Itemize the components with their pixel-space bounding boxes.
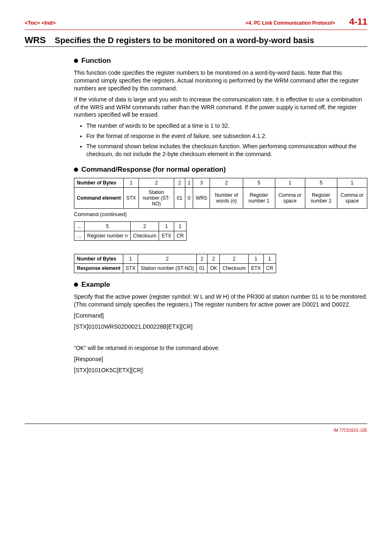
table-cell: 2	[130, 221, 159, 231]
table-cell: 3	[193, 178, 210, 187]
example-response-label: [Response]	[74, 355, 367, 363]
table-cell: 1	[123, 254, 138, 263]
table-cell: 5	[85, 221, 131, 231]
function-bullet: The command shown below includes the che…	[86, 143, 367, 158]
function-bullet-list: The number of words to be specified at a…	[74, 122, 367, 158]
example-response-text: [STX]0101OK5C[ETX][CR]	[74, 366, 367, 374]
table-cell: ETX	[249, 263, 263, 273]
function-p1: This function code specifies the registe…	[74, 69, 367, 92]
table-cell: 01	[174, 187, 185, 208]
function-bullet: The number of words to be specified at a…	[86, 122, 367, 130]
example-heading-text: Example	[81, 281, 110, 289]
command-table-cont: … 5 2 1 1 … Register number n Checksum E…	[74, 221, 187, 241]
table-cell: 2	[196, 254, 207, 263]
cmdresp-heading-text: Command/Response (for normal operation)	[81, 166, 226, 174]
cmdresp-heading: Command/Response (for normal operation)	[74, 166, 367, 174]
table-cell: 1	[185, 178, 193, 187]
bytes-label: Number of Bytes	[74, 254, 123, 263]
bytes-label: Number of Bytes	[74, 178, 124, 187]
table-cell: STX	[123, 263, 138, 273]
table-cell: Number of words (n)	[210, 187, 243, 208]
table-cell: Checksum	[220, 263, 249, 273]
command-continued-label: Command (continued)	[74, 211, 367, 217]
table-cell: 1	[174, 221, 186, 231]
table-cell: 2	[174, 178, 185, 187]
bullet-icon	[74, 168, 78, 172]
table-cell: 1	[124, 178, 138, 187]
table-cell: CR	[174, 231, 186, 240]
table-cell: …	[74, 221, 85, 231]
table-cell: Checksum	[130, 231, 159, 240]
table-cell: 1	[249, 254, 263, 263]
function-heading-text: Function	[81, 57, 111, 65]
footer-id: IM 77C01E01-10E	[25, 428, 367, 433]
table-cell: 1	[159, 221, 174, 231]
table-cell: 2	[138, 254, 196, 263]
section-code: WRS	[25, 35, 46, 46]
header-right: <4. PC Link Communication Protocol> 4-11	[245, 16, 367, 27]
table-cell: 1	[263, 254, 276, 263]
table-cell: 2	[220, 254, 249, 263]
bullet-icon	[74, 59, 78, 63]
table-cell: OK	[208, 263, 220, 273]
table-cell: Comma or space	[275, 187, 305, 208]
bullet-icon	[74, 283, 78, 287]
table-cell: Comma or space	[337, 187, 367, 208]
table-cell: 1	[337, 178, 367, 187]
table-cell: WRS	[193, 187, 210, 208]
response-table: Number of Bytes 1 2 2 2 2 1 1 Response e…	[74, 254, 276, 273]
function-bullet: For the format of response in the event …	[86, 132, 367, 140]
table-cell: CR	[263, 263, 276, 273]
table-cell: Station number (ST-NO)	[138, 263, 196, 273]
function-heading: Function	[74, 57, 367, 65]
section-title-bar: WRS Specifies the D registers to be moni…	[25, 35, 367, 47]
table-cell: 1	[275, 178, 305, 187]
table-cell: 2	[210, 178, 243, 187]
table-cell: 2	[138, 178, 174, 187]
table-cell: 5	[305, 178, 337, 187]
table-cell: Station number (ST-NO)	[138, 187, 174, 208]
header-left: <Toc> <Ind>	[25, 20, 56, 26]
table-cell: 0	[185, 187, 193, 208]
example-response-intro: “OK” will be returned in response to the…	[74, 344, 367, 352]
table-cell: Register number 1	[243, 187, 275, 208]
example-command-text: [STX]01010WRS02D0021,D00228B[ETX][CR]	[74, 323, 367, 331]
section-desc: Specifies the D registers to be monitore…	[55, 36, 314, 45]
table-cell: ETX	[159, 231, 174, 240]
table-cell: 5	[243, 178, 275, 187]
response-label: Response element	[74, 263, 123, 273]
footer-divider	[25, 424, 367, 424]
table-cell: 01	[196, 263, 207, 273]
command-table: Number of Bytes 1 2 2 1 3 2 5 1 5 1 Comm…	[74, 178, 367, 209]
example-p1: Specify that the active power (register …	[74, 293, 367, 309]
header-chapter: <4. PC Link Communication Protocol>	[245, 20, 335, 26]
example-command-label: [Command]	[74, 312, 367, 320]
table-cell: STX	[124, 187, 138, 208]
header-page-number: 4-11	[349, 16, 367, 27]
command-label: Command element	[74, 187, 124, 208]
function-p2: If the volume of data is large and you w…	[74, 96, 367, 119]
table-cell: 2	[208, 254, 220, 263]
header-divider	[25, 30, 367, 30]
table-cell: Register number 2	[305, 187, 337, 208]
table-cell: Register number n	[85, 231, 131, 240]
table-cell: …	[74, 231, 85, 240]
example-heading: Example	[74, 281, 367, 289]
